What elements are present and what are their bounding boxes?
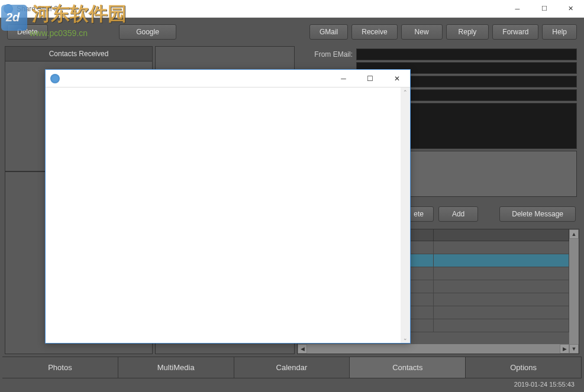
scroll-left-icon[interactable]: ◀ [298,344,307,354]
window-controls: ─ ☐ ✕ [504,0,584,18]
modal-body[interactable]: ⌃ ⌄ [46,88,410,343]
new-button[interactable]: New [401,24,443,40]
modal-globe-icon [50,74,60,83]
tab-photos[interactable]: Photos [2,357,118,378]
minimize-button[interactable]: ─ [504,0,531,18]
tab-options[interactable]: Options [466,357,582,378]
from-email-input[interactable] [356,48,577,60]
scroll-up-icon[interactable]: ⌃ [401,88,410,97]
grid-vertical-scrollbar[interactable]: ▲ [569,229,579,344]
gmail-button[interactable]: GMail [309,24,348,40]
close-button[interactable]: ✕ [557,0,584,18]
window-title: Share Stuff 3 [17,5,504,13]
help-button[interactable]: Help [542,24,577,40]
from-email-row: From EMail: [299,48,577,60]
delete-button[interactable]: Delete [7,24,48,40]
modal-close-button[interactable]: ✕ [383,70,410,88]
titlebar: Share Stuff 3 ─ ☐ ✕ [0,0,584,18]
main-window: Share Stuff 3 ─ ☐ ✕ Delete Google GMail … [0,0,584,392]
bottom-tabs: Photos MultiMedia Calendar Contacts Opti… [2,357,582,378]
scroll-down-icon[interactable]: ⌄ [401,333,410,343]
scroll-up-icon[interactable]: ▲ [569,229,579,239]
modal-titlebar[interactable]: ─ ☐ ✕ [46,70,410,88]
forward-button[interactable]: Forward [492,24,538,40]
scroll-right-icon[interactable]: ▶ [560,344,569,354]
from-email-label: From EMail: [299,50,353,59]
scroll-down-icon[interactable]: ▼ [569,344,579,354]
toolbar-right: GMail Receive New Reply Forward Help [309,24,577,40]
tab-multimedia[interactable]: MultiMedia [118,357,234,378]
tab-contacts[interactable]: Contacts [350,357,466,378]
modal-maximize-button[interactable]: ☐ [357,70,383,88]
google-button[interactable]: Google [119,24,176,40]
modal-scrollbar[interactable]: ⌃ ⌄ [401,88,410,343]
grid-col-2[interactable] [434,229,570,241]
receive-button[interactable]: Receive [351,24,397,40]
contacts-received-header: Contacts Received [5,46,153,61]
add-button[interactable]: Add [438,206,478,222]
modal-minimize-button[interactable]: ─ [330,70,357,88]
status-timestamp: 2019-01-24 15:55:43 [514,381,575,388]
tab-calendar[interactable]: Calendar [234,357,350,378]
maximize-button[interactable]: ☐ [531,0,557,18]
delete-message-button[interactable]: Delete Message [499,206,576,222]
app-icon [4,4,13,14]
reply-button[interactable]: Reply [446,24,489,40]
status-bar: 2019-01-24 15:55:43 [2,378,582,390]
toolbar: Delete Google GMail Receive New Reply Fo… [2,20,582,44]
modal-window: ─ ☐ ✕ ⌃ ⌄ [45,69,411,344]
grid-horizontal-scrollbar[interactable]: ◀ ▶ ▼ [298,344,579,354]
